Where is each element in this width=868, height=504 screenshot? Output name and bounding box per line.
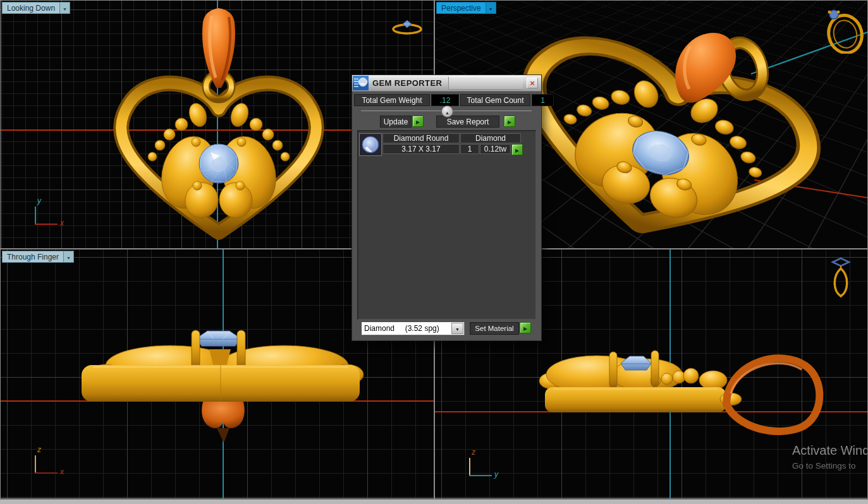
side-gem[interactable] (621, 356, 651, 370)
gem-cut-header: Diamond Round (382, 133, 460, 143)
gem-size-cell: 3.17 X 3.17 (382, 144, 460, 154)
axis-label-vertical: y (37, 196, 41, 205)
viewport-tab-label: Looking Down (2, 2, 59, 14)
x-axis-line (35, 224, 58, 225)
chevron-down-icon (455, 324, 460, 333)
viewport-tab-looking-down[interactable]: Looking Down (2, 2, 70, 14)
gem-reporter-icon (353, 76, 369, 90)
axis-label-vertical: z (37, 445, 41, 454)
material-row: Diamond (3.52 spg) Set Material (352, 321, 541, 337)
chevron-down-icon[interactable] (59, 2, 70, 14)
gem-thumbnail[interactable] (359, 133, 382, 156)
gem-list-panel: Diamond Round Diamond 3.17 X 3.17 1 0.12… (357, 130, 536, 320)
axis-label-horizontal: x (60, 467, 64, 476)
set-material-button[interactable]: Set Material (470, 322, 519, 335)
chevron-down-icon[interactable] (63, 251, 74, 263)
total-gem-count-label: Total Gem Count (460, 94, 530, 106)
viewport-tab-label: Through Finger (2, 251, 63, 263)
x-axis-line (35, 472, 58, 474)
ring-orientation-icon (826, 255, 856, 301)
gem-table-values[interactable]: 3.17 X 3.17 1 0.12tw (382, 144, 523, 154)
axis-label-vertical: z (472, 448, 475, 457)
total-gem-weight-label: Total Gem Weight (354, 94, 430, 106)
save-report-run-button[interactable] (504, 116, 515, 127)
bail-loop (720, 358, 819, 431)
close-button[interactable] (527, 78, 538, 88)
chevron-up-icon (445, 107, 449, 116)
viewport-tab-through-finger[interactable]: Through Finger (2, 251, 74, 263)
z-axis-line (35, 455, 36, 473)
dialog-title: GEM REPORTER (370, 78, 442, 88)
jewelry-cad-window: y x Looking Down (0, 0, 868, 504)
set-material-run-button[interactable] (520, 322, 531, 333)
play-icon (508, 117, 511, 126)
close-icon (530, 79, 535, 88)
bail-below (202, 402, 245, 443)
ring-orientation-icon (819, 6, 867, 54)
update-run-button[interactable] (412, 116, 424, 127)
total-gem-weight-value: .12 (431, 94, 459, 106)
update-button[interactable]: Update (380, 116, 412, 128)
pendant-tilted (504, 31, 821, 248)
axis-indicator: z y (458, 449, 502, 484)
total-gem-count-value: 1 (532, 94, 554, 106)
center-gem[interactable] (199, 144, 238, 183)
viewport-tab-label: Perspective (436, 2, 486, 14)
material-select[interactable]: Diamond (3.52 spg) (361, 321, 465, 335)
gem-thumbnail-image (360, 134, 381, 155)
gem-row-action-button[interactable] (511, 144, 523, 155)
gem-table-header: Diamond Round Diamond (382, 133, 523, 143)
play-icon (416, 117, 420, 126)
axis-label-horizontal: x (60, 219, 64, 227)
play-icon (515, 145, 519, 154)
axis-label-horizontal: y (494, 470, 498, 479)
side-gem[interactable] (196, 331, 241, 346)
totals-row: Total Gem Weight .12 Total Gem Count 1 (354, 94, 554, 106)
window-bottom-edge (0, 499, 868, 504)
gem-table-cells: Diamond Round Diamond 3.17 X 3.17 1 0.12… (382, 133, 523, 156)
chevron-down-icon[interactable] (486, 2, 496, 14)
gem-reporter-dialog: GEM REPORTER Total Gem Weight .12 Total … (351, 75, 542, 341)
gem-material-header: Diamond (460, 133, 521, 143)
ring-orientation-icon (390, 18, 424, 37)
play-icon (523, 323, 527, 332)
pendant-slab (545, 387, 726, 412)
titlebar-groove (448, 76, 523, 90)
gem-count-cell: 1 (460, 144, 479, 154)
z-axis-line (469, 458, 470, 476)
collapse-toggle-button[interactable] (441, 105, 453, 117)
axis-indicator: z x (23, 447, 68, 482)
material-select-value: Diamond (3.52 spg) (362, 324, 451, 333)
axis-indicator: y x (23, 198, 68, 233)
y-axis-line (469, 475, 492, 476)
y-axis-line (35, 207, 36, 224)
dropdown-arrow-button[interactable] (451, 323, 463, 334)
viewport-tab-perspective[interactable]: Perspective (436, 2, 496, 14)
gem-weight-cell: 0.12tw (480, 144, 511, 154)
dialog-titlebar[interactable]: GEM REPORTER (352, 75, 541, 92)
gem-table-row[interactable]: Diamond Round Diamond 3.17 X 3.17 1 0.12… (359, 133, 523, 156)
